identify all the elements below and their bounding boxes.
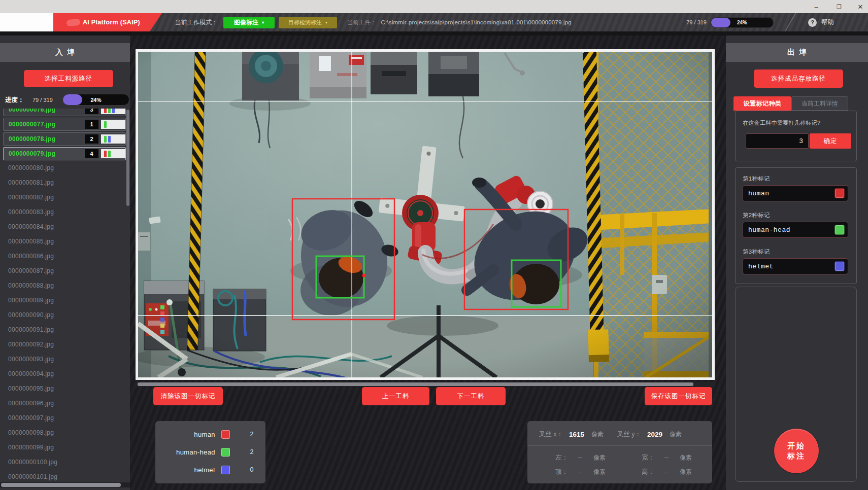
file-list-item[interactable]: 0000000084.jpg [3,221,125,233]
header-divider [0,31,868,36]
file-list-item[interactable]: 0000000093.jpg [3,353,125,365]
app-header: AI Platform (SAIP) 当前工作模式： 图像标注 ▾ 目标检测标注… [0,13,868,31]
coord-cell: 顶：--像素 [548,468,606,476]
file-list-item[interactable]: 0000000094.jpg [3,368,125,380]
file-list-item[interactable]: 00000000101.jpg [3,471,125,482]
maximize-icon[interactable]: ❐ [831,0,847,13]
file-list-item[interactable]: 0000000079.jpg4 [3,147,126,160]
class-color-chip [101,134,125,144]
current-file-label: 当前工件： [347,19,377,26]
file-list-item[interactable]: 0000000092.jpg [3,338,125,351]
file-list-item[interactable]: 0000000081.jpg [3,177,125,189]
select-output-path-button[interactable]: 选择成品存放路径 [754,69,843,88]
label-count-question: 在这套工料中需要打几种标记? [743,119,820,127]
save-annotations-button[interactable]: 保存该图一切标记 [645,387,712,405]
coord-cell: 叉丝 y：2029像素 [612,430,682,439]
file-list[interactable]: 0000000076.jpg30000000077.jpg10000000078… [0,109,130,482]
file-name: 0000000085.jpg [8,238,54,245]
coordinates-panel: 叉丝 x：1615像素叉丝 y：2029像素左：--像素宽：--像素顶：--像素… [527,421,712,483]
file-list-item[interactable]: 0000000089.jpg [3,294,125,306]
file-list-item[interactable]: 0000000097.jpg [3,412,125,424]
progress-count: 79 / 319 [32,97,53,103]
previous-item-button[interactable]: 上一工料 [362,387,429,405]
help-button[interactable]: ? 帮助 [808,13,834,31]
file-list-scrollbar[interactable] [126,110,129,206]
output-port-panel: 出埠 选择成品存放路径 设置标记种类 当前工料详情 在这套工料中需要打几种标记?… [726,36,868,490]
label-name-value: human-head [748,226,790,234]
detection-annotation-mode-button[interactable]: 目标检测标注 ▾ [279,17,337,28]
mode-button-label: 图像标注 [234,18,258,27]
divider [785,13,796,31]
coord-cell: 左：--像素 [548,453,606,462]
legend-label: human-head [155,448,215,456]
label-name-input[interactable]: helmet [743,258,848,274]
file-list-item[interactable]: 0000000095.jpg [3,382,125,395]
legend-count: 2 [246,431,257,438]
tab-current-item-details[interactable]: 当前工料详情 [791,96,848,111]
close-icon[interactable]: ✕ [853,0,868,13]
coord-cell: 宽：--像素 [634,453,692,462]
label-color-swatch[interactable] [834,261,845,271]
file-name: 0000000078.jpg [9,135,55,143]
brand-logo-icon [66,19,80,27]
file-list-item[interactable]: 0000000099.jpg [3,441,125,453]
file-list-item[interactable]: 0000000080.jpg [3,162,125,174]
file-name: 0000000084.jpg [8,223,54,230]
annotation-count-badge: 2 [85,134,98,144]
legend-label: helmet [155,466,215,474]
file-name: 0000000087.jpg [8,267,54,274]
file-list-item[interactable]: 00000000100.jpg [3,456,125,468]
file-list-item[interactable]: 0000000077.jpg1 [3,118,126,131]
coord-rows: 叉丝 x：1615像素叉丝 y：2029像素左：--像素宽：--像素顶：--像素… [527,428,712,478]
file-list-item[interactable]: 0000000085.jpg [3,235,125,248]
file-list-item[interactable]: 0000000087.jpg [3,265,125,277]
file-list-item[interactable]: 0000000088.jpg [3,279,125,292]
coord-cell: 叉丝 x：1615像素 [533,430,604,439]
label-color-swatch[interactable] [834,225,845,235]
file-name: 0000000098.jpg [8,429,54,436]
tab-set-label-types[interactable]: 设置标记种类 [733,96,791,111]
file-list-item[interactable]: 0000000086.jpg [3,250,125,262]
file-list-item[interactable]: 0000000091.jpg [3,324,125,336]
image-annotation-mode-button[interactable]: 图像标注 ▾ [223,17,275,28]
file-name: 0000000095.jpg [8,385,54,392]
file-list-item[interactable]: 0000000096.jpg [3,397,125,409]
legend-panel: human2human-head2helmet0 [155,421,265,483]
minimize-icon[interactable]: – [809,0,824,13]
canvas-hscrollbar[interactable] [136,382,715,387]
file-list-item[interactable]: 0000000078.jpg2 [3,132,126,146]
label-name-input[interactable]: human-head [743,222,848,238]
class-color-swatch [221,448,230,457]
progress-bar: 24% [62,94,129,106]
next-item-button[interactable]: 下一工料 [436,387,506,405]
clear-annotations-button[interactable]: 清除该图一切标记 [153,387,223,405]
file-list-item[interactable]: 0000000076.jpg3 [3,109,126,116]
annotation-canvas[interactable] [136,49,715,380]
file-name: 0000000079.jpg [9,150,55,157]
label-name-input[interactable]: human [743,185,848,201]
file-list-item[interactable]: 0000000098.jpg [3,427,125,439]
progress-percent: 24% [711,18,773,27]
confirm-button[interactable]: 确定 [810,133,851,149]
header-left-blank [0,13,53,31]
file-list-item[interactable]: 0000000090.jpg [3,309,125,321]
file-name: 0000000080.jpg [8,164,54,171]
file-name: 0000000076.jpg [9,109,55,113]
start-annotation-button[interactable]: 开始 标注 [774,429,819,473]
select-source-path-button[interactable]: 选择工料源路径 [24,70,113,87]
file-name: 00000000101.jpg [8,473,57,480]
legend-row: helmet0 [155,464,265,476]
label-type-title: 第1种标记 [743,175,850,183]
file-name: 0000000086.jpg [8,253,54,260]
label-name-value: human [748,190,770,197]
file-list-item[interactable]: 0000000083.jpg [3,206,125,218]
file-name: 0000000097.jpg [8,414,54,422]
workshop-photo [138,52,712,377]
file-list-hscrollbar[interactable] [0,482,130,487]
annotation-count-badge: 4 [85,149,98,158]
legend-count: 0 [246,466,257,473]
label-count-input[interactable]: 3 [746,133,809,149]
class-color-swatch [221,430,230,439]
file-list-item[interactable]: 0000000082.jpg [3,191,125,203]
label-color-swatch[interactable] [834,188,845,198]
